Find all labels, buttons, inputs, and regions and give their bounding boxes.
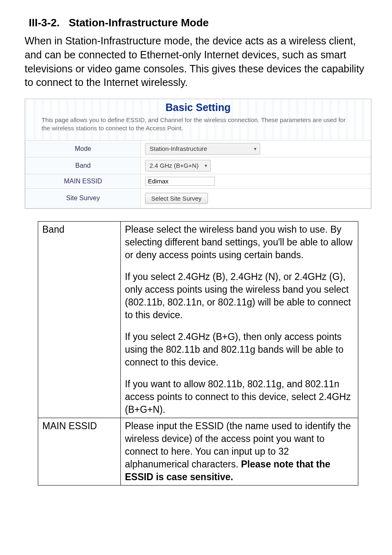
desc-row-essid: MAIN ESSID Please input the ESSID (the n… <box>38 418 358 486</box>
desc-essid-label: MAIN ESSID <box>38 418 121 486</box>
desc-band-p4: If you want to allow 802.11b, 802.11g, a… <box>125 378 354 416</box>
intro-paragraph: When in Station-Infrastructure mode, the… <box>25 34 371 90</box>
label-essid: MAIN ESSID <box>25 174 141 188</box>
panel-title: Basic Setting <box>25 102 371 113</box>
chevron-down-icon: ▾ <box>249 146 256 152</box>
row-essid: MAIN ESSID <box>25 174 371 188</box>
band-select-value: 2.4 GHz (B+G+N) <box>150 162 198 169</box>
desc-band-p1: Please select the wireless band you wish… <box>125 223 354 261</box>
chevron-down-icon: ▾ <box>200 163 207 169</box>
settings-table: Mode Station-Infrastructure ▾ Band 2.4 G… <box>25 140 371 208</box>
desc-band-label: Band <box>38 221 121 418</box>
essid-input[interactable] <box>145 177 215 186</box>
description-table: Band Please select the wireless band you… <box>38 221 358 486</box>
label-site-survey: Site Survey <box>25 188 141 208</box>
basic-setting-panel: Basic Setting This page allows you to de… <box>25 99 371 209</box>
row-band: Band 2.4 GHz (B+G+N) ▾ <box>25 157 371 174</box>
desc-band-p2: If you select 2.4GHz (B), 2.4GHz (N), or… <box>125 271 354 321</box>
section-heading: III-3-2.Station-Infrastructure Mode <box>29 16 371 29</box>
mode-select[interactable]: Station-Infrastructure ▾ <box>145 143 260 155</box>
desc-band-p3: If you select 2.4GHz (B+G), then only ac… <box>125 331 354 369</box>
row-site-survey: Site Survey Select Site Survey <box>25 188 371 208</box>
panel-description: This page allows you to define ESSID, an… <box>25 116 371 136</box>
label-band: Band <box>25 157 141 174</box>
band-select[interactable]: 2.4 GHz (B+G+N) ▾ <box>145 160 211 171</box>
desc-row-band: Band Please select the wireless band you… <box>38 221 358 418</box>
select-site-survey-button[interactable]: Select Site Survey <box>145 193 208 204</box>
desc-essid-text: Please input the ESSID (the name used to… <box>121 418 358 486</box>
section-number: III-3-2. <box>29 16 60 29</box>
desc-band-text: Please select the wireless band you wish… <box>121 221 358 418</box>
label-mode: Mode <box>25 140 141 157</box>
mode-select-value: Station-Infrastructure <box>150 145 207 152</box>
section-title: Station-Infrastructure Mode <box>69 16 209 29</box>
row-mode: Mode Station-Infrastructure ▾ <box>25 140 371 157</box>
